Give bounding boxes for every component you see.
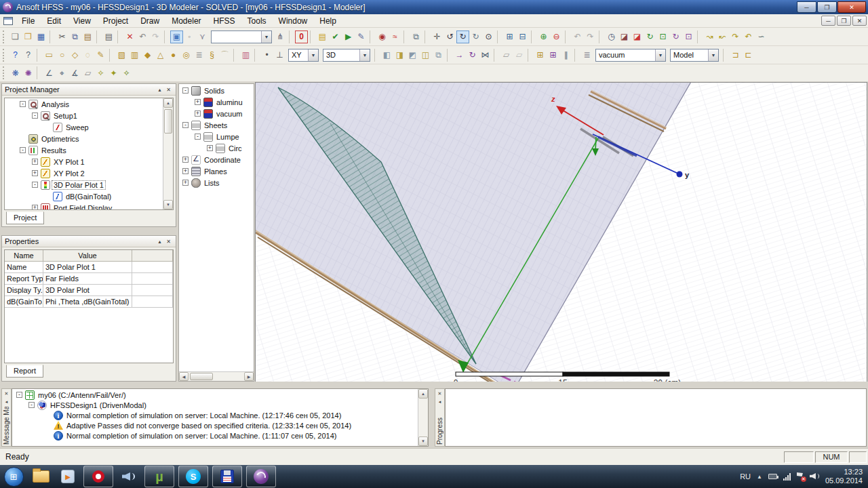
menu-item[interactable]: Project bbox=[97, 15, 134, 27]
scroll-left-icon[interactable]: ◀ bbox=[179, 372, 189, 381]
property-row[interactable]: Report Type Far Fields bbox=[5, 273, 173, 285]
scroll-up-icon[interactable]: ▲ bbox=[163, 98, 173, 108]
duplicate-axis[interactable]: ▱ bbox=[513, 49, 526, 62]
tree-expander[interactable]: - bbox=[182, 87, 189, 94]
tree-expander[interactable]: + bbox=[32, 159, 38, 165]
tree-expander[interactable]: - bbox=[195, 134, 201, 140]
roll-cw[interactable]: ↷ bbox=[729, 30, 742, 43]
tree-item-solids[interactable]: - Solids bbox=[180, 85, 253, 96]
tree-item-aluminum[interactable]: + aluminu bbox=[180, 96, 253, 108]
toolbar-grip[interactable] bbox=[3, 30, 6, 43]
tree-item-vacuum[interactable]: + vacuum bbox=[180, 108, 253, 119]
floppy-app-icon[interactable] bbox=[212, 466, 242, 487]
spin-ccw[interactable]: ↝ bbox=[703, 30, 716, 43]
draw-bondwire[interactable]: ⌒ bbox=[218, 49, 231, 62]
tree-item-db-gaintotal[interactable]: dB(GainTotal) bbox=[5, 190, 163, 202]
property-row[interactable]: dB(GainTo... Phi ,Theta ,dB(GainTotal) bbox=[5, 296, 173, 308]
model-tree[interactable]: - Solids + aluminu + vacuum - Sheets bbox=[180, 85, 253, 371]
project-tree[interactable]: - Analysis - Setup1 Sweep bbox=[4, 98, 174, 210]
tree-expander[interactable]: + bbox=[182, 157, 189, 163]
tree-expander[interactable]: + bbox=[32, 205, 38, 209]
draw-segmented-helix[interactable]: ≣ bbox=[193, 49, 205, 62]
tree-item-planes[interactable]: + Planes bbox=[180, 165, 253, 177]
close-button[interactable]: ✕ bbox=[837, 1, 866, 13]
tab-project[interactable]: Project bbox=[6, 211, 44, 224]
split[interactable]: ◫ bbox=[419, 49, 432, 62]
property-value[interactable]: 3D Polar Plot 1 bbox=[43, 262, 132, 273]
tree-item-sheets[interactable]: - Sheets bbox=[180, 119, 253, 131]
spin-cw[interactable]: ↜ bbox=[716, 30, 729, 43]
dimension-combo[interactable]: 3D ▼ bbox=[323, 49, 370, 62]
create-report[interactable]: ≈ bbox=[389, 30, 401, 43]
menu-item[interactable]: Tools bbox=[241, 15, 273, 27]
subtract[interactable]: ◨ bbox=[393, 49, 406, 62]
project-manager-titlebar[interactable]: Project Manager ▴ ✕ bbox=[2, 84, 176, 96]
face-cs-mode[interactable]: ▱ bbox=[81, 66, 94, 79]
undo[interactable]: ↶ bbox=[136, 30, 149, 43]
chevron-down-icon[interactable]: ▼ bbox=[261, 31, 271, 43]
zoom-out-window[interactable]: ⊟ bbox=[516, 30, 529, 43]
message-manager-sidetab[interactable]: ✕ ◂ Message Man... bbox=[1, 388, 12, 447]
tree-item-coordinate[interactable]: + Coordinate bbox=[180, 154, 253, 165]
create-relative-cs[interactable]: ∠ bbox=[43, 66, 56, 79]
draw-box[interactable]: ▧ bbox=[115, 49, 128, 62]
opera-icon[interactable] bbox=[83, 466, 113, 487]
draw-point[interactable]: • bbox=[260, 49, 273, 62]
menu-item[interactable]: Modeler bbox=[165, 15, 207, 27]
copy-image[interactable]: ⧉ bbox=[410, 30, 422, 43]
tree-item-lumped[interactable]: - Lumpe bbox=[180, 131, 253, 142]
draw-polyhedron[interactable]: ◆ bbox=[141, 49, 154, 62]
menu-item[interactable]: View bbox=[67, 15, 97, 27]
fit-all[interactable]: ◷ bbox=[605, 30, 618, 43]
collapse-icon[interactable]: ◂ bbox=[5, 399, 8, 405]
draw-helix[interactable]: § bbox=[205, 49, 218, 62]
properties-window[interactable]: ▤ bbox=[316, 30, 329, 43]
paste[interactable]: ▤ bbox=[81, 30, 94, 43]
create-offset-cs[interactable]: ⌖ bbox=[56, 66, 68, 79]
volume-icon[interactable] bbox=[810, 472, 819, 481]
tree-expander[interactable]: - bbox=[32, 182, 38, 188]
tree-item-xy-plot-1[interactable]: + XY Plot 1 bbox=[5, 156, 163, 167]
zoom-out[interactable]: ⊖ bbox=[550, 30, 563, 43]
create-face-cs[interactable]: ∡ bbox=[68, 66, 81, 79]
mdi-minimize-button[interactable]: ─ bbox=[821, 16, 835, 26]
model-type-combo[interactable]: Model ▼ bbox=[670, 49, 719, 62]
progress-sidetab[interactable]: ✕ ◂ Progress bbox=[435, 388, 445, 447]
draw-plane[interactable]: ⊥ bbox=[273, 49, 286, 62]
zoom-in[interactable]: ⊕ bbox=[537, 30, 550, 43]
set-working-cs[interactable]: ✦ bbox=[107, 66, 120, 79]
whats-this[interactable]: ? bbox=[22, 49, 35, 62]
animate-view[interactable]: ∽ bbox=[755, 30, 768, 43]
move[interactable]: → bbox=[453, 49, 466, 62]
network-signal-icon[interactable] bbox=[783, 473, 791, 481]
column-header-value[interactable]: Value bbox=[43, 250, 132, 262]
delete[interactable]: ✕ bbox=[123, 30, 136, 43]
separate-bodies[interactable]: ⧉ bbox=[432, 49, 445, 62]
media-player-icon[interactable] bbox=[56, 466, 79, 487]
model-tree-hscrollbar[interactable]: ◀ ▶ bbox=[179, 371, 254, 381]
cut[interactable]: ✂ bbox=[56, 30, 68, 43]
open-file[interactable]: ❐ bbox=[22, 30, 35, 43]
draw-line[interactable]: ✎ bbox=[94, 49, 107, 62]
taskbar-clock[interactable]: 13:23 05.09.2014 bbox=[825, 468, 863, 485]
print[interactable]: ▤ bbox=[102, 30, 115, 43]
mdi-restore-button[interactable]: ❐ bbox=[837, 16, 851, 26]
orient-front[interactable]: ⊡ bbox=[682, 30, 695, 43]
draw-cylinder[interactable]: ▥ bbox=[128, 49, 141, 62]
close-icon[interactable]: ✕ bbox=[5, 390, 9, 397]
rotate[interactable]: ↻ bbox=[466, 49, 479, 62]
collapse-icon[interactable]: ▴ bbox=[155, 85, 164, 94]
start-button[interactable]: ⊞ bbox=[2, 466, 25, 487]
tab-report[interactable]: Report bbox=[6, 365, 43, 378]
edit-notes[interactable]: ✎ bbox=[355, 30, 368, 43]
tree-expander[interactable]: + bbox=[207, 145, 213, 151]
rotate-free[interactable]: ↺ bbox=[443, 30, 456, 43]
menu-item[interactable]: Draw bbox=[134, 15, 165, 27]
show-messages[interactable]: 0 bbox=[295, 30, 308, 43]
redo[interactable]: ↷ bbox=[149, 30, 162, 43]
close-icon[interactable]: ✕ bbox=[164, 85, 173, 94]
tree-expander[interactable]: + bbox=[32, 170, 38, 176]
scroll-down-icon[interactable]: ▼ bbox=[418, 436, 428, 446]
sweep[interactable]: ▥ bbox=[239, 49, 252, 62]
tree-item-optimetrics[interactable]: Optimetrics bbox=[5, 133, 163, 144]
